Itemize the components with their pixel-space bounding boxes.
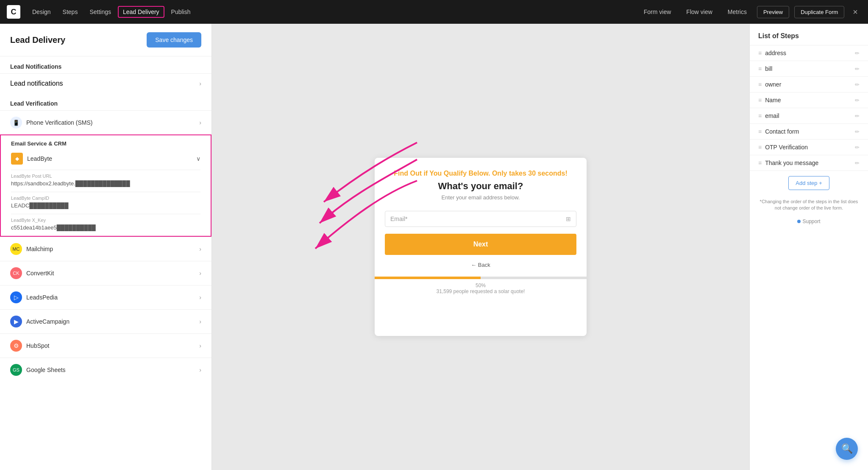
main-layout: Lead Delivery Save changes Lead Notifica… xyxy=(0,24,868,470)
leadbyte-xkey-value[interactable]: c551dea14b1aee5██████████ xyxy=(11,224,200,231)
mailchimp-label: Mailchimp xyxy=(26,246,53,252)
edit-icon[interactable]: ✏ xyxy=(855,113,860,119)
leadbyte-post-url-label: LeadByte Post URL xyxy=(11,173,200,179)
chevron-right-icon: › xyxy=(199,294,201,301)
leadbyte-row[interactable]: ◆ LeadByte ∨ xyxy=(1,148,211,170)
leadspedia-item[interactable]: ▷ LeadsPedia › xyxy=(0,285,211,309)
convertkit-item[interactable]: CK ConvertKit › xyxy=(0,261,211,285)
step-contact-form[interactable]: ≡ Contact form ✏ xyxy=(750,124,868,140)
google-sheets-icon: GS xyxy=(10,364,22,376)
nav-steps[interactable]: Steps xyxy=(58,6,83,18)
phone-verification-item[interactable]: 📱 Phone Verification (SMS) › xyxy=(0,110,211,134)
lead-notifications-label: Lead notifications xyxy=(10,80,63,87)
edit-icon[interactable]: ✏ xyxy=(855,160,860,166)
step-name: address xyxy=(765,50,786,56)
mailchimp-icon: MC xyxy=(10,243,22,255)
email-icon: ⊞ xyxy=(566,215,571,222)
edit-icon[interactable]: ✏ xyxy=(855,66,860,72)
chat-icon: 🔍 xyxy=(841,443,853,454)
back-link[interactable]: ← Back xyxy=(375,262,587,277)
form-preview: Find Out if You Qualify Below. Only take… xyxy=(375,158,587,336)
nav-publish[interactable]: Publish xyxy=(166,6,196,18)
step-bill[interactable]: ≡ bill ✏ xyxy=(750,61,868,77)
edit-icon[interactable]: ✏ xyxy=(855,81,860,88)
email-input-area[interactable]: Email* ⊞ xyxy=(385,211,576,227)
edit-icon[interactable]: ✏ xyxy=(855,97,860,104)
support-label: Support xyxy=(802,218,820,224)
drag-icon: ≡ xyxy=(758,50,762,56)
nav-design[interactable]: Design xyxy=(27,6,56,18)
duplicate-form-btn[interactable]: Duplicate Form xyxy=(794,6,844,18)
leadbyte-name: LeadByte xyxy=(27,155,52,162)
drag-icon: ≡ xyxy=(758,65,762,72)
form-view-btn[interactable]: Form view xyxy=(639,6,676,18)
list-of-steps-title: List of Steps xyxy=(750,24,868,45)
email-placeholder: Email* xyxy=(390,215,566,222)
step-owner[interactable]: ≡ owner ✏ xyxy=(750,77,868,92)
lead-notifications-item[interactable]: Lead notifications › xyxy=(0,73,211,93)
google-sheets-label: Google Sheets xyxy=(26,366,66,373)
topnav: C Design Steps Settings Lead Delivery Pu… xyxy=(0,0,868,24)
add-step-button[interactable]: Add step + xyxy=(788,176,829,190)
step-name: Thank you message xyxy=(765,159,818,166)
step-name: owner xyxy=(765,81,781,88)
google-sheets-item[interactable]: GS Google Sheets › xyxy=(0,358,211,382)
step-name[interactable]: ≡ Name ✏ xyxy=(750,92,868,108)
chat-button[interactable]: 🔍 xyxy=(836,438,858,460)
nav-settings[interactable]: Settings xyxy=(84,6,116,18)
hubspot-label: HubSpot xyxy=(26,342,49,349)
logo: C xyxy=(7,5,20,19)
chevron-right-icon: › xyxy=(199,80,201,87)
leadspedia-icon: ▷ xyxy=(10,291,22,303)
hubspot-item[interactable]: ⚙ HubSpot › xyxy=(0,333,211,358)
activecampaign-icon: ▶ xyxy=(10,316,22,327)
step-name: Name xyxy=(765,97,781,104)
drag-icon: ≡ xyxy=(758,112,762,119)
next-button[interactable]: Next xyxy=(385,234,576,255)
progress-text: 50% 31,599 people requested a solar quot… xyxy=(375,279,587,301)
chevron-right-icon: › xyxy=(199,366,201,373)
nav-lead-delivery[interactable]: Lead Delivery xyxy=(118,6,164,18)
preview-btn[interactable]: Preview xyxy=(757,6,789,18)
support-link[interactable]: Support xyxy=(750,215,868,228)
leadbyte-campid-label: LeadByte CampID xyxy=(11,196,200,201)
page-title: Lead Delivery xyxy=(10,35,65,45)
convertkit-label: ConvertKit xyxy=(26,270,54,277)
save-changes-button[interactable]: Save changes xyxy=(147,32,201,48)
leadbyte-campid-value[interactable]: LEADC██████████ xyxy=(11,202,200,209)
chevron-down-icon: ∨ xyxy=(196,155,200,162)
left-header: Lead Delivery Save changes xyxy=(0,24,211,56)
edit-icon[interactable]: ✏ xyxy=(855,50,860,56)
form-header-text: Find Out if You Qualify Below. Only take… xyxy=(375,158,587,181)
leadbyte-post-url-value[interactable]: https://sandbox2.leadbyte.██████████████ xyxy=(11,180,200,187)
activecampaign-item[interactable]: ▶ ActiveCampaign › xyxy=(0,309,211,333)
phone-icon: 📱 xyxy=(10,117,22,129)
leadbyte-xkey-field: LeadByte X_Key c551dea14b1aee5██████████ xyxy=(1,214,211,236)
step-name: email xyxy=(765,112,779,119)
step-thank-you[interactable]: ≡ Thank you message ✏ xyxy=(750,155,868,171)
lead-verification-section: Lead Verification xyxy=(0,93,211,110)
metrics-btn[interactable]: Metrics xyxy=(723,6,752,18)
phone-verification-label: Phone Verification (SMS) xyxy=(26,119,92,126)
form-subtitle: Enter your email address below. xyxy=(375,194,587,211)
step-email[interactable]: ≡ email ✏ xyxy=(750,108,868,124)
leadspedia-label: LeadsPedia xyxy=(26,294,58,301)
leadbyte-xkey-label: LeadByte X_Key xyxy=(11,218,200,223)
step-address[interactable]: ≡ address ✏ xyxy=(750,45,868,61)
center-panel: Find Out if You Qualify Below. Only take… xyxy=(212,24,749,470)
close-btn[interactable]: × xyxy=(849,7,861,17)
edit-icon[interactable]: ✏ xyxy=(855,144,860,151)
step-name: Contact form xyxy=(765,128,799,135)
edit-icon[interactable]: ✏ xyxy=(855,129,860,135)
drag-icon: ≡ xyxy=(758,81,762,88)
leadbyte-campid-field: LeadByte CampID LEADC██████████ xyxy=(1,192,211,214)
email-service-box: Email Service & CRM ◆ LeadByte ∨ LeadByt… xyxy=(0,134,211,237)
lead-notifications-section: Lead Notifications xyxy=(0,56,211,73)
mailchimp-item[interactable]: MC Mailchimp › xyxy=(0,237,211,261)
flow-view-btn[interactable]: Flow view xyxy=(681,6,717,18)
chevron-right-icon: › xyxy=(199,342,201,349)
leadbyte-logo: ◆ xyxy=(11,153,23,165)
step-otp-verification[interactable]: ≡ OTP Verification ✏ xyxy=(750,140,868,155)
step-name: OTP Verification xyxy=(765,144,808,151)
chevron-right-icon: › xyxy=(199,270,201,277)
